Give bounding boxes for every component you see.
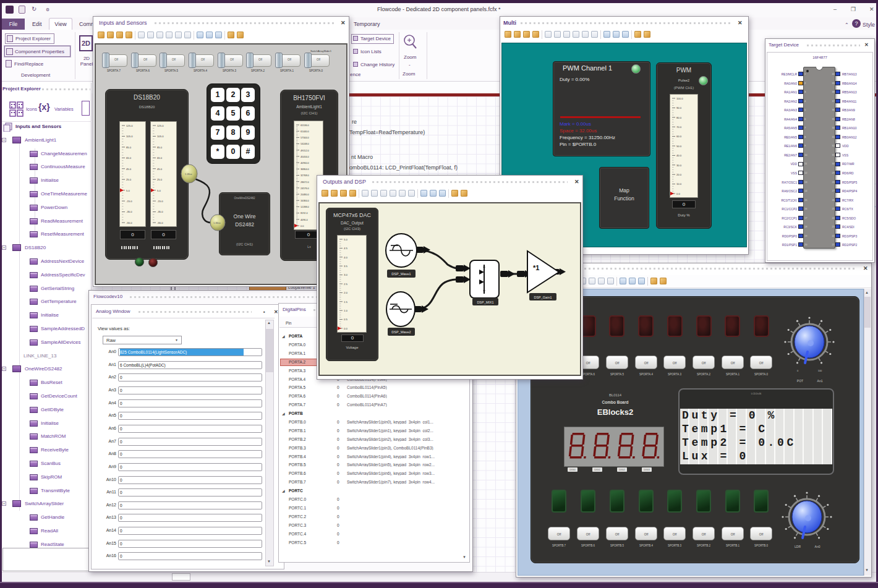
- svg-text:65.0: 65.0: [126, 156, 132, 160]
- svg-text:-55.0: -55.0: [126, 221, 132, 224]
- svg-text:16384.0: 16384.0: [300, 200, 309, 202]
- svg-text:-35.0: -35.0: [157, 210, 163, 213]
- svg-text:65536.0: 65536.0: [300, 124, 309, 127]
- svg-text:5.0: 5.0: [126, 189, 130, 192]
- svg-text:-55.0: -55.0: [157, 221, 163, 224]
- svg-text:61440.0: 61440.0: [300, 130, 309, 133]
- svg-text:125.0: 125.0: [126, 124, 133, 127]
- svg-text:105.0: 105.0: [157, 135, 164, 138]
- svg-text:20480.0: 20480.0: [300, 194, 309, 196]
- svg-text:57344.0: 57344.0: [300, 137, 309, 139]
- svg-text:65.0: 65.0: [157, 156, 163, 160]
- svg-text:-15.0: -15.0: [126, 200, 132, 203]
- svg-text:53248.0: 53248.0: [300, 143, 309, 145]
- svg-text:-15.0: -15.0: [157, 200, 163, 203]
- svg-text:20.0: 20.0: [676, 173, 682, 176]
- svg-text:*1: *1: [533, 264, 539, 271]
- svg-text:105.0: 105.0: [126, 135, 133, 138]
- svg-text:5.0: 5.0: [157, 189, 161, 192]
- svg-text:8192.0: 8192.0: [300, 212, 308, 215]
- svg-text:80.0: 80.0: [676, 116, 682, 119]
- svg-text:25.0: 25.0: [157, 178, 163, 181]
- svg-text:49152.0: 49152.0: [300, 150, 309, 152]
- svg-text:1-Wire: 1-Wire: [213, 221, 221, 224]
- svg-text:32768.0: 32768.0: [300, 174, 309, 177]
- svg-text:45056.0: 45056.0: [300, 156, 309, 158]
- svg-text:24576.0: 24576.0: [300, 187, 309, 190]
- svg-text:4096.0: 4096.0: [300, 219, 308, 221]
- svg-text:70.0: 70.0: [676, 126, 682, 129]
- svg-text:DSP_Wave2: DSP_Wave2: [391, 330, 411, 334]
- svg-text:0.0: 0.0: [300, 225, 304, 228]
- svg-text:1-Wire: 1-Wire: [185, 173, 193, 176]
- svg-text:36864.0: 36864.0: [300, 168, 309, 171]
- svg-text:-35.0: -35.0: [126, 210, 132, 213]
- svg-text:125.0: 125.0: [157, 124, 164, 127]
- svg-text:10.0: 10.0: [676, 182, 682, 185]
- svg-text:45.0: 45.0: [157, 168, 163, 171]
- svg-text:85.0: 85.0: [126, 146, 132, 149]
- svg-text:100.0: 100.0: [676, 97, 683, 100]
- svg-text:60.0: 60.0: [676, 135, 682, 138]
- svg-text:90.0: 90.0: [676, 106, 682, 109]
- svg-text:DSP_Gain1: DSP_Gain1: [534, 296, 552, 299]
- svg-text:50.0: 50.0: [676, 145, 682, 148]
- svg-text:28672.0: 28672.0: [300, 181, 309, 184]
- svg-text:DSP_MIX1: DSP_MIX1: [477, 300, 493, 304]
- svg-text:40.0: 40.0: [676, 154, 682, 157]
- svg-text:40960.0: 40960.0: [300, 162, 309, 164]
- svg-text:30.0: 30.0: [676, 164, 682, 167]
- svg-text:DSP_Wave1: DSP_Wave1: [391, 272, 411, 276]
- svg-text:85.0: 85.0: [157, 146, 163, 149]
- svg-text:0.0: 0.0: [676, 192, 680, 195]
- svg-text:12288.0: 12288.0: [300, 206, 309, 208]
- svg-text:25.0: 25.0: [126, 178, 132, 181]
- svg-text:45.0: 45.0: [126, 168, 132, 171]
